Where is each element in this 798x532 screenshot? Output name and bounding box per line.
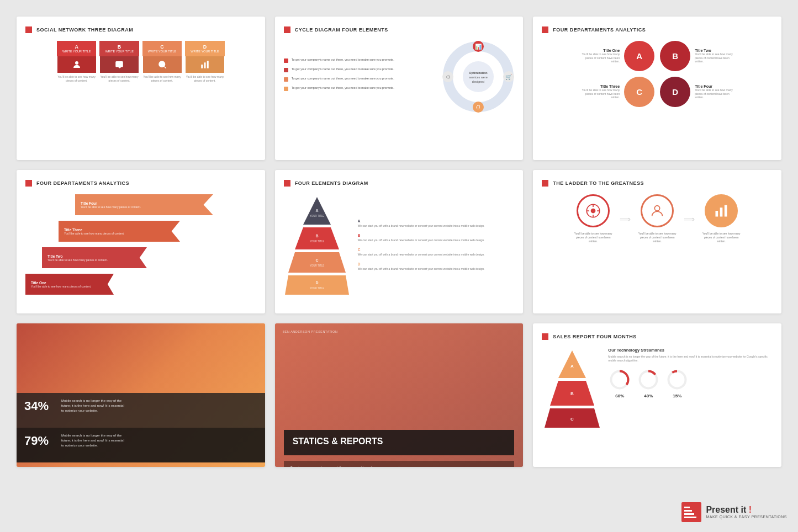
ribbons-container: Title Four You'll be able to see how man… — [25, 194, 256, 305]
cycle-text-1: To get your company's name out there, yo… — [292, 58, 394, 62]
dept-a-desc: You'll be able to see how many pieces of… — [575, 52, 620, 63]
banner-b-letter: B — [105, 44, 133, 50]
slide4-title-bar: FOUR DEPARTAMENTS ANALYTICS — [25, 180, 256, 187]
ribbon-1-title: Title One — [31, 281, 91, 285]
slide-four-elements-pyramid: FOUR ELEMENTS DIAGRAM A YOUR TITLE B YOU… — [275, 170, 524, 313]
brand-tagline: MAKE QUICK & EASY PRESENTATIONS — [706, 515, 787, 519]
svg-rect-4 — [204, 62, 206, 68]
svg-point-1 — [158, 61, 165, 67]
stats-main-content: STATICS & REPORTS To get your company's … — [275, 340, 524, 467]
stats-main-title: STATICS & REPORTS — [293, 437, 506, 446]
svg-rect-34 — [716, 211, 718, 217]
stat-79-desc: Mobile search is no longer the way of th… — [61, 433, 128, 448]
cycle-diagram-visual: Optimization services were designed 📊 🛒 … — [442, 41, 514, 113]
svg-rect-53 — [684, 517, 696, 518]
stats-presenter-label: BEN ANDERSON PRESENTATION — [283, 330, 516, 333]
brand-logo-icon — [681, 502, 701, 522]
stat-34-banner: 34% Mobile search is no longer the way o… — [17, 393, 265, 428]
stats-subtitle: To get your company's name out there, yo… — [290, 465, 508, 467]
ribbon-3-content: Title Three You'll be able to see how ma… — [64, 228, 124, 235]
dept-c-desc: You'll be able to see how many pieces of… — [575, 88, 620, 99]
brand-text-block: Present it ! MAKE QUICK & EASY PRESENTAT… — [706, 504, 787, 520]
banner-a-desc: You'll be able to see how many pieces of… — [57, 75, 96, 82]
slide5-title-bar: FOUR ELEMENTS DIAGRAM — [284, 180, 515, 187]
ladder-step-2: You'll be able to see how many pieces of… — [635, 194, 679, 243]
slide4-red-accent — [25, 180, 32, 187]
ribbon-1: Title One You'll be able to see how many… — [25, 274, 114, 295]
banner-a-top: A WRITE YOUR TITLE — [57, 41, 96, 56]
dept-c-item: Title Three You'll be able to see how ma… — [542, 77, 654, 107]
cycle-dot-2 — [284, 68, 288, 72]
svg-point-32 — [591, 209, 595, 213]
cycle-item-2: To get your company's name out there, yo… — [284, 67, 437, 72]
ribbon-3-desc: You'll be able to see how many pieces of… — [64, 232, 124, 235]
svg-text:🛒: 🛒 — [505, 73, 512, 81]
banner-b-icon — [100, 56, 139, 73]
stat-row-34: 34% Mobile search is no longer the way o… — [24, 398, 257, 413]
ladder-step-1: You'll be able to see how many pieces of… — [571, 194, 615, 243]
sales-tech-text: Mobile search is no longer the way of th… — [608, 355, 773, 363]
sales-tech-title: Our Technology Streamlines — [608, 348, 773, 353]
banner-d-letter: D — [191, 44, 219, 50]
banner-d-label: WRITE YOUR TITLE — [191, 50, 219, 53]
stat-79-percent: 79% — [24, 434, 55, 448]
slide6-red-accent — [542, 180, 548, 187]
sales-circle-60: 60% — [608, 368, 631, 398]
svg-line-2 — [164, 66, 166, 68]
svg-marker-25 — [288, 252, 346, 273]
pyramid-labels: A We can start you off with a brand new … — [358, 219, 515, 276]
pyramid-label-c-title: C — [358, 248, 515, 252]
ladder-arrow-2: ⟹ — [684, 215, 695, 224]
sales-circles-row: 60% 40% — [608, 368, 773, 398]
dept-b-desc: You'll be able to see how many pieces of… — [695, 52, 739, 63]
dept-d-circle: D — [660, 77, 690, 107]
slide6-title: THE LADDER TO THE GREATNESS — [553, 180, 644, 186]
svg-text:services were: services were — [469, 76, 488, 79]
banner-b-label: WRITE YOUR TITLE — [105, 50, 133, 53]
cycle-dot-4 — [284, 87, 288, 91]
ribbon-1-content: Title One You'll be able to see how many… — [31, 281, 91, 288]
stat-34-desc: Mobile search is no longer the way of th… — [61, 398, 128, 413]
dept-c-text: Title Three You'll be able to see how ma… — [575, 84, 620, 99]
dept-c-circle: C — [624, 77, 654, 107]
sales-pyramid-visual: A B C — [542, 348, 603, 433]
slide9-title: SALES REPORT FOUR MONTHS — [553, 334, 637, 339]
slide3-title: FOUR DEPARTAMENTS ANALYTICS — [553, 27, 646, 33]
slide-statics-reports: BEN ANDERSON PRESENTATION STATICS & REPO… — [275, 323, 524, 467]
cycle-text-3: To get your company's name out there, yo… — [292, 77, 394, 81]
svg-rect-5 — [207, 61, 209, 68]
ladder-arrow-1: ⟹ — [620, 215, 631, 224]
slide6-title-bar: THE LADDER TO THE GREATNESS — [542, 180, 773, 187]
banner-c-icon — [143, 56, 182, 73]
ribbon-4: Title Four You'll be able to see how man… — [75, 194, 213, 215]
ribbon-4-content: Title Four You'll be able to see how man… — [81, 201, 141, 209]
dept-b-title: Title Two — [695, 49, 739, 52]
banner-a-icon — [57, 56, 96, 73]
pyramid-label-d-title: D — [358, 262, 515, 266]
slide-cycle-diagram: CYCLE DIAGRAM FOUR ELEMENTS To get your … — [275, 17, 524, 160]
sales-label-60: 60% — [615, 393, 624, 398]
dept-a-title: Title One — [575, 49, 620, 52]
ladder-text-1: You'll be able to see how many pieces of… — [571, 232, 615, 243]
svg-marker-28 — [285, 275, 349, 295]
dept-a-circle: A — [624, 41, 654, 71]
svg-text:B: B — [315, 234, 318, 238]
banner-c-top: C WRITE YOUR TITLE — [142, 41, 182, 56]
brand-name: Present it ! — [706, 504, 787, 515]
slide-dept-ribbons: FOUR DEPARTAMENTS ANALYTICS Title Four Y… — [17, 170, 265, 313]
cycle-item-3: To get your company's name out there, yo… — [284, 77, 437, 82]
ribbon-3: Title Three You'll be able to see how ma… — [59, 221, 180, 242]
sales-label-15: 15% — [673, 393, 681, 398]
sales-label-40: 40% — [644, 393, 653, 398]
ribbon-2: Title Two You'll be able to see how many… — [42, 247, 147, 268]
ladder-step-3: You'll be able to see how many pieces of… — [699, 194, 743, 243]
dept-d-item: D Title Four You'll be able to see how m… — [660, 77, 773, 107]
cycle-list: To get your company's name out there, yo… — [284, 58, 437, 95]
dept-b-circle: B — [660, 41, 690, 71]
sales-circle-40: 40% — [637, 368, 660, 398]
svg-text:designed: designed — [472, 80, 484, 83]
ladder-circle-3 — [705, 194, 738, 227]
banner-c-label: WRITE YOUR TITLE — [148, 50, 176, 53]
dept-c-title: Title Three — [575, 84, 620, 88]
dept-a-item: Title One You'll be able to see how many… — [542, 41, 654, 71]
